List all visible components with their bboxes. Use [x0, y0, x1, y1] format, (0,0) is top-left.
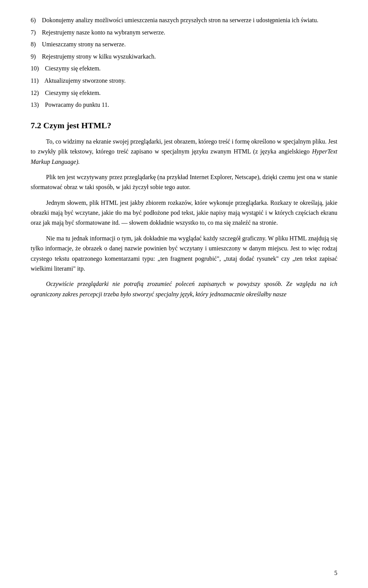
item-number: 11) — [31, 77, 39, 84]
list-item: 6) Dokonujemy analizy możliwości umieszc… — [31, 15, 337, 25]
list-item: 12) Cieszymy się efektem. — [31, 88, 337, 98]
list-item: 11) Aktualizujemy stworzone strony. — [31, 76, 337, 86]
item-text: Cieszymy się efektem. — [45, 65, 100, 72]
paragraph-3: Jednym słowem, plik HTML jest jakby zbio… — [31, 198, 337, 228]
paragraph-5: Oczywiście przeglądarki nie potrafią zro… — [31, 279, 337, 299]
item-text: Rejestrujemy strony w kilku wyszukiwarka… — [42, 53, 156, 60]
paragraph-1: To, co widzimy na ekranie swojej przeglą… — [31, 137, 337, 167]
item-number: 12) — [31, 90, 39, 96]
list-item: 8) Umieszczamy strony na serwerze. — [31, 39, 337, 49]
list-item: 9) Rejestrujemy strony w kilku wyszukiwa… — [31, 52, 337, 62]
section-heading: 7.2 Czym jest HTML? — [31, 121, 337, 131]
item-number: 7) — [31, 29, 36, 36]
item-number: 9) — [31, 53, 36, 60]
item-number: 8) — [31, 41, 36, 47]
paragraph-2: Plik ten jest wczytywany przez przegląda… — [31, 172, 337, 193]
item-text: Aktualizujemy stworzone strony. — [44, 77, 126, 84]
paragraph-4: Nie ma tu jednak informacji o tym, jak d… — [31, 234, 337, 274]
item-text: Dokonujemy analizy możliwości umieszczen… — [42, 17, 318, 23]
item-text: Powracamy do punktu 11. — [45, 101, 109, 108]
item-text: Rejestrujemy nasze konto na wybranym ser… — [42, 29, 165, 36]
item-text: Cieszymy się efektem. — [45, 90, 100, 96]
list-item: 7) Rejestrujemy nasze konto na wybranym … — [31, 28, 337, 38]
page-number: 5 — [334, 570, 337, 577]
item-number: 6) — [31, 17, 36, 23]
list-item: 10) Cieszymy się efektem. — [31, 64, 337, 74]
list-item: 13) Powracamy do punktu 11. — [31, 100, 337, 110]
italic-span: HyperText Markup Language). — [31, 148, 337, 165]
page-content: 6) Dokonujemy analizy możliwości umieszc… — [31, 15, 337, 299]
item-number: 10) — [31, 65, 39, 72]
item-number: 13) — [31, 101, 39, 108]
item-text: Umieszczamy strony na serwerze. — [42, 41, 126, 47]
numbered-list: 6) Dokonujemy analizy możliwości umieszc… — [31, 15, 337, 110]
